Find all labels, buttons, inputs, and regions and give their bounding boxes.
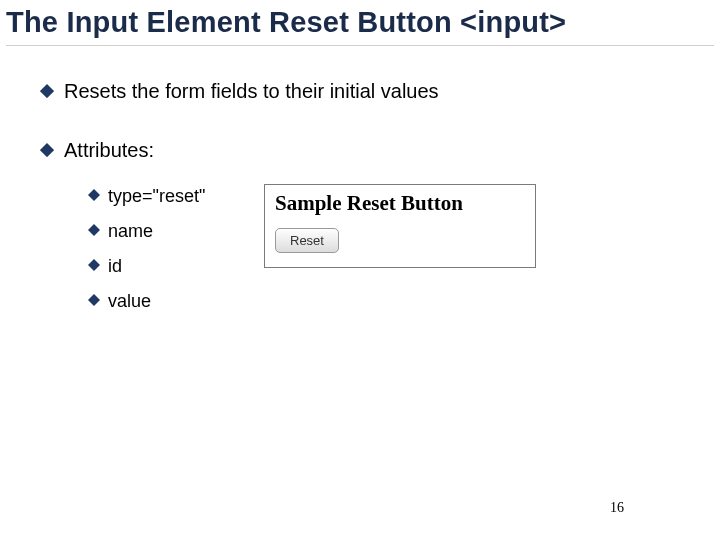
bullet-item: Attributes:	[40, 139, 680, 162]
svg-rect-2	[88, 189, 100, 201]
svg-rect-1	[40, 143, 54, 157]
slide-title: The Input Element Reset Button <input>	[6, 6, 714, 46]
sub-bullet-item: value	[88, 291, 680, 312]
diamond-bullet-icon	[40, 143, 54, 157]
sample-reset-box: Sample Reset Button Reset	[264, 184, 536, 268]
svg-rect-3	[88, 224, 100, 236]
sub-bullet-text: type="reset"	[108, 186, 205, 207]
slide: The Input Element Reset Button <input> R…	[0, 0, 720, 540]
diamond-bullet-icon	[88, 189, 100, 201]
svg-rect-5	[88, 294, 100, 306]
svg-rect-0	[40, 84, 54, 98]
bullet-item: Resets the form fields to their initial …	[40, 80, 680, 103]
sub-bullet-text: name	[108, 221, 153, 242]
sample-body: Reset	[265, 228, 535, 267]
diamond-bullet-icon	[88, 259, 100, 271]
diamond-bullet-icon	[88, 294, 100, 306]
sub-bullet-text: value	[108, 291, 151, 312]
sample-header: Sample Reset Button	[265, 185, 535, 228]
svg-rect-4	[88, 259, 100, 271]
bullet-text: Resets the form fields to their initial …	[64, 80, 439, 103]
sub-bullet-text: id	[108, 256, 122, 277]
reset-button[interactable]: Reset	[275, 228, 339, 253]
bullet-text: Attributes:	[64, 139, 154, 162]
diamond-bullet-icon	[88, 224, 100, 236]
page-number: 16	[610, 500, 624, 516]
diamond-bullet-icon	[40, 84, 54, 98]
